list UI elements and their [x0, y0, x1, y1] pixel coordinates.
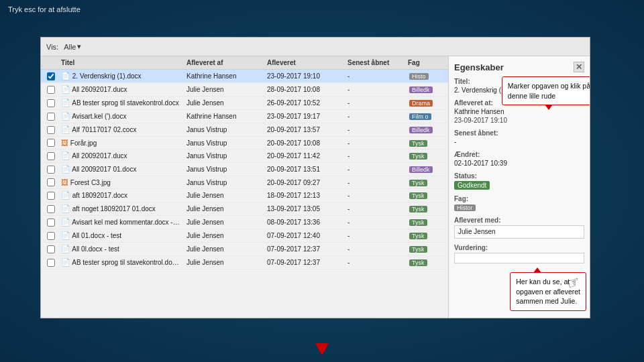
row-checkbox[interactable]: [44, 166, 58, 174]
row-tag: Drama: [405, 99, 445, 107]
row-delivered-by: Janus Vistrup: [184, 125, 264, 134]
properties-title: Egenskaber ✕: [454, 62, 584, 72]
row-delivered-by: Kathrine Hansen: [184, 72, 264, 80]
row-checkbox[interactable]: [44, 139, 58, 147]
col-checkbox: [44, 58, 58, 67]
row-delivered-by: Julie Jensen: [184, 245, 264, 253]
prop-fag-label: Fag:: [454, 195, 584, 202]
prop-afleveret-at-value: Kathrine Hansen: [454, 108, 584, 115]
row-tag: Billedk: [405, 125, 445, 134]
prop-vurdering-label: Vurdering:: [454, 244, 584, 251]
row-last-opened: -: [345, 165, 405, 174]
row-tag: Tysk: [405, 139, 445, 147]
row-tag: Tysk: [405, 152, 445, 160]
row-delivered: 07-09-2017 12:37: [264, 245, 345, 253]
row-delivered: 20-09-2017 09:27: [264, 178, 345, 187]
row-delivered-by: Janus Vistrup: [184, 139, 264, 147]
col-delivered: Afleveret: [264, 58, 345, 67]
row-tag: Tysk: [405, 245, 445, 253]
table-row[interactable]: 📄 aft noget 18092017 01.docx Julie Jense…: [41, 202, 448, 216]
table-row[interactable]: 📄 All 26092017.ducx Julie Jensen 28-09-2…: [41, 83, 448, 97]
row-checkbox[interactable]: [44, 232, 58, 240]
close-button[interactable]: ✕: [574, 62, 584, 72]
row-checkbox[interactable]: [44, 126, 58, 134]
row-last-opened: -: [345, 178, 405, 187]
row-last-opened: -: [345, 204, 405, 213]
row-delivered-by: Julie Jensen: [184, 191, 264, 200]
row-delivered: 20-09-2017 11:42: [264, 152, 345, 160]
prop-vurdering-group: Vurdering:: [454, 244, 584, 263]
table-row[interactable]: 🖼 Forår.jpg Janus Vistrup 20-09-2017 10:…: [41, 137, 448, 149]
table-row[interactable]: 📄 2. Verdenskrig (1).docx Kathrine Hanse…: [41, 70, 448, 83]
table-row[interactable]: 📄 All 01.docx - test Julie Jensen 07-09-…: [41, 229, 448, 243]
row-last-opened: -: [345, 99, 405, 107]
table-row[interactable]: 📄 All 0l.docx - test Julie Jensen 07-09-…: [41, 243, 448, 256]
prop-aendret-value: 02-10-2017 10:39: [454, 160, 584, 167]
row-tag: Billedk: [405, 85, 445, 94]
row-title: 📄 All 20092017 01.docx: [58, 164, 184, 174]
row-delivered: 20-09-2017 10:08: [264, 139, 345, 147]
row-tag: Tysk: [405, 204, 445, 213]
prop-senest-group: Senest åbnet: -: [454, 129, 584, 145]
row-delivered-by: Janus Vistrup: [184, 152, 264, 160]
properties-title-label: Egenskaber: [454, 62, 504, 72]
prop-fag-value: Histor: [454, 204, 584, 211]
row-checkbox[interactable]: [44, 86, 58, 94]
table-row[interactable]: 📄 AB tester sprog til stavekontrol.docx …: [41, 256, 448, 269]
row-title: 📄 AB tester sprog til stavekontrol.docx: [58, 98, 184, 108]
prop-status-value: Godkendt: [454, 181, 584, 190]
row-checkbox[interactable]: [44, 99, 58, 107]
prop-vurdering-value: [454, 253, 584, 263]
row-checkbox[interactable]: [44, 219, 58, 227]
row-last-opened: -: [345, 152, 405, 160]
row-delivered-by: Janus Vistrup: [184, 178, 264, 187]
row-checkbox[interactable]: [44, 205, 58, 213]
prop-afleveret-value: 23-09-2017 19:10: [454, 117, 584, 124]
row-checkbox[interactable]: [44, 245, 58, 253]
col-fag: Fag: [405, 58, 445, 67]
prop-status-label: Status:: [454, 172, 584, 180]
table-row[interactable]: 📄 aft 18092017.docx Julie Jensen 18-09-2…: [41, 189, 448, 202]
table-row[interactable]: 📄 All 20092017.ducx Janus Vistrup 20-09-…: [41, 149, 448, 163]
row-tag: Tysk: [405, 258, 445, 267]
row-last-opened: -: [345, 125, 405, 134]
prop-afleveret-med-box: Julie Jensen: [454, 225, 584, 239]
vis-value: Alle: [64, 43, 76, 51]
row-delivered-by: Julie Jensen: [184, 85, 264, 94]
file-list-panel[interactable]: Titel Afleveret af Afleveret Senest åbne…: [41, 56, 449, 318]
row-checkbox[interactable]: [44, 178, 58, 186]
row-title: 📄 AB tester sprog til stavekontrol.docx …: [58, 257, 184, 267]
table-row[interactable]: 📄 Avisart kel med kommentar.docx - test …: [41, 216, 448, 229]
table-row[interactable]: 📄 Avisart.kel (').docx Kathrine Hansen 2…: [41, 110, 448, 123]
prop-aendret-group: Ændret: 02-10-2017 10:39: [454, 151, 584, 167]
row-title: 📄 Alf 70117017 02.cocx: [58, 125, 184, 135]
row-tag: Billedk: [405, 165, 445, 174]
vis-dropdown[interactable]: Alle ▾: [64, 42, 81, 51]
table-row[interactable]: 🖼 Forest C3.jpg Janus Vistrup 20-09-2017…: [41, 176, 448, 189]
row-title: 📄 All 26092017.ducx: [58, 84, 184, 95]
row-delivered: 23-09-2017 19:17: [264, 112, 345, 121]
table-row[interactable]: 📄 All 20092017 01.docx Janus Vistrup 20-…: [41, 163, 448, 176]
row-delivered: 08-09-2017 13:36: [264, 218, 345, 227]
vis-dropdown-arrow: ▾: [77, 42, 81, 51]
row-checkbox[interactable]: [44, 72, 58, 80]
row-delivered-by: Julie Jensen: [184, 218, 264, 227]
row-last-opened: -: [345, 231, 405, 240]
table-header: Titel Afleveret af Afleveret Senest åbne…: [41, 56, 448, 70]
row-checkbox[interactable]: [44, 259, 58, 267]
row-checkbox[interactable]: [44, 152, 58, 160]
prop-aendret-label: Ændret:: [454, 151, 584, 158]
table-row[interactable]: 📄 Alf 70117017 02.cocx Janus Vistrup 20-…: [41, 123, 448, 137]
row-checkbox[interactable]: [44, 192, 58, 200]
row-delivered: 28-09-2017 10:08: [264, 85, 345, 94]
vis-label: Vis:: [46, 43, 58, 51]
row-last-opened: -: [345, 139, 405, 147]
row-delivered: 18-09-2017 12:13: [264, 191, 345, 200]
row-delivered-by: Julie Jensen: [184, 231, 264, 240]
row-checkbox[interactable]: [44, 113, 58, 121]
properties-panel: Egenskaber ✕ Titel: 2. Verdenskrig (1).d…: [449, 56, 590, 318]
prop-senest-value: -: [454, 138, 584, 145]
col-delivered-by: Afleveret af: [184, 58, 264, 67]
table-row[interactable]: 📄 AB tester sprog til stavekontrol.docx …: [41, 97, 448, 110]
row-delivered: 23-09-2017 19:10: [264, 72, 345, 80]
